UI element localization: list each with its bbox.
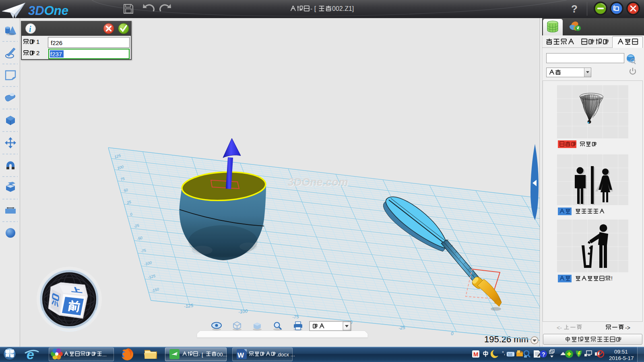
svg-text:?: ? — [571, 3, 578, 15]
svg-text:3DOne.com: 3DOne.com — [288, 176, 348, 188]
svg-text:<-: <- — [557, 325, 562, 331]
svg-text:M: M — [473, 351, 479, 358]
svg-text:3DOne: 3DOne — [28, 4, 68, 18]
svg-text:-125: -125 — [184, 303, 194, 309]
svg-text:- [: - [ — [310, 5, 316, 12]
svg-text:1: 1 — [36, 38, 39, 45]
svg-text:?: ? — [542, 351, 545, 358]
svg-text:-100: -100 — [238, 309, 248, 314]
svg-text:e: e — [27, 347, 34, 362]
svg-text:2016-5-17: 2016-5-17 — [609, 355, 634, 361]
svg-text:->: -> — [625, 325, 630, 331]
svg-text:.docx ...: .docx ... — [277, 352, 295, 358]
svg-text:i: i — [29, 25, 31, 33]
svg-text:°,: °, — [502, 350, 505, 356]
svg-text:25: 25 — [502, 336, 508, 341]
svg-text:...: ... — [102, 352, 107, 358]
svg-text:00...: 00... — [217, 352, 227, 358]
svg-text:09:51: 09:51 — [614, 349, 628, 355]
svg-text:2: 2 — [36, 49, 39, 56]
svg-text:!: ! — [611, 275, 613, 282]
svg-text:- [: - [ — [198, 352, 203, 358]
svg-text:-25: -25 — [398, 325, 405, 331]
svg-text:-75: -75 — [292, 314, 299, 320]
svg-text:W: W — [237, 352, 244, 359]
svg-text:002.Z1]: 002.Z1] — [332, 5, 354, 12]
